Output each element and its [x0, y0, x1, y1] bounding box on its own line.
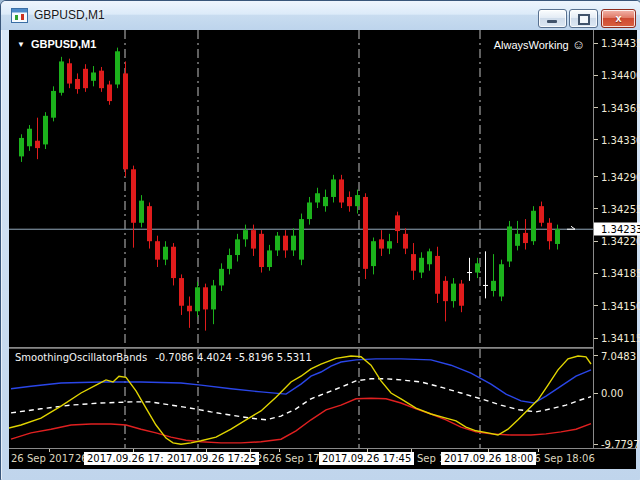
minimize-button[interactable]: [538, 9, 567, 28]
time-label-highlighted: 2017.09.26 17:45: [319, 452, 414, 465]
candle-body: [315, 193, 320, 202]
price-tick-label: 1.34185: [601, 268, 640, 279]
time-label-highlighted: 2017.09.26 18:00: [441, 452, 536, 465]
candle-body: [459, 284, 464, 306]
watermark-label: AlwaysWorking☺: [389, 37, 585, 52]
candle-body: [523, 233, 528, 243]
indicator-values: -0.7086 4.4024 -5.8196 5.5311: [155, 352, 312, 363]
candle-body: [475, 263, 480, 272]
candle-body: [123, 73, 128, 169]
candle-body: [531, 211, 536, 241]
current-price-badge: 1.34233: [594, 223, 640, 236]
candle-body: [203, 287, 208, 309]
indicator-scale-max: 7.0483: [601, 350, 636, 361]
time-axis[interactable]: 26 Sep 20172617:2626 Sep 17:326 Sep 1726…: [9, 449, 636, 469]
candle-body: [179, 278, 184, 306]
indicator-scale-min: -9.7797: [601, 439, 640, 450]
candle-body: [347, 197, 352, 206]
price-tick-label-tick: [594, 338, 598, 339]
chevron-down-icon: ▼: [17, 40, 25, 49]
candle-body: [515, 234, 520, 246]
minimize-icon: [547, 20, 557, 23]
candle-body: [131, 169, 136, 222]
candle-body: [283, 236, 288, 251]
price-tick-label-tick: [594, 139, 598, 140]
candle-body: [507, 226, 512, 261]
candle-body: [403, 234, 408, 249]
chart-client-area: ▼GBPUSD,M1 AlwaysWorking☺ SmoothingOscil…: [9, 30, 636, 469]
indicator-pane[interactable]: SmoothingOscillatorBands-0.7086 4.4024 -…: [9, 349, 593, 448]
candle-body: [51, 91, 56, 118]
restore-button[interactable]: [569, 9, 598, 28]
price-tick-label: 1.34255: [601, 203, 640, 214]
close-button[interactable]: x: [601, 9, 636, 28]
candle-body: [251, 230, 256, 248]
price-tick-label: 1.34220: [601, 236, 640, 247]
candle-body: [379, 239, 384, 248]
indicator-line-upper_band: [11, 359, 591, 403]
candle-body: [171, 247, 176, 278]
app-chart-icon: [11, 8, 28, 23]
restore-icon: [578, 14, 590, 25]
price-tick-label-tick: [594, 75, 598, 76]
chart-window: GBPUSD,M1 x ▼GBPUSD,M1 AlwaysWorking☺ Sm…: [0, 0, 640, 480]
symbol-label: ▼GBPUSD,M1: [17, 38, 96, 50]
candle-body: [267, 250, 272, 267]
candle-body: [83, 69, 88, 88]
price-tick-label: 1.34400: [601, 70, 640, 81]
candle-body: [355, 195, 360, 206]
candle-body: [235, 239, 240, 255]
candle-body: [259, 234, 264, 267]
candle-body: [419, 258, 424, 273]
candle-body: [427, 251, 432, 264]
candle-body: [243, 230, 248, 239]
time-tick: [279, 449, 280, 452]
candle-body: [75, 79, 80, 89]
candle-body: [331, 179, 336, 197]
candle-body: [67, 63, 72, 83]
price-tick-label-tick: [594, 273, 598, 274]
title-bar[interactable]: GBPUSD,M1 x: [1, 1, 640, 30]
indicator-scale-max-tick: [594, 355, 598, 356]
candle-body: [499, 264, 504, 296]
candle-body: [99, 71, 104, 89]
candle-body: [107, 84, 112, 101]
indicator-scale-zero-tick: [594, 393, 598, 394]
candle-body: [539, 206, 544, 223]
candle-body: [299, 219, 304, 260]
indicator-line-lower_band: [11, 398, 591, 443]
time-label-highlighted: 2017.09.26 17:25: [164, 452, 259, 465]
close-icon: x: [602, 10, 635, 26]
candle-body: [291, 236, 296, 251]
candle-body: [163, 247, 168, 260]
time-tick: [49, 449, 50, 452]
candle-body: [323, 197, 328, 206]
price-chart-pane[interactable]: ▼GBPUSD,M1 AlwaysWorking☺: [9, 30, 593, 347]
candle-body: [59, 61, 64, 92]
price-tick-label: 1.34365: [601, 102, 640, 113]
candle-body: [451, 284, 456, 302]
price-tick-label: 1.34115: [601, 333, 640, 344]
indicator-canvas[interactable]: [9, 349, 593, 448]
candle-body: [115, 51, 120, 84]
candle-body: [547, 223, 552, 241]
candlestick-canvas[interactable]: [9, 30, 593, 347]
candle-body: [187, 306, 192, 312]
time-label: 26 Sep 2017: [11, 453, 74, 464]
price-tick-label-tick: [594, 107, 598, 108]
candle-body: [555, 229, 560, 244]
price-tick-label: 1.34150: [601, 300, 640, 311]
candle-body: [211, 285, 216, 309]
price-tick-label-tick: [594, 305, 598, 306]
candle-body: [155, 241, 160, 259]
candle-body: [219, 269, 224, 286]
candle-body: [35, 141, 40, 148]
candle-body: [387, 241, 392, 248]
candle-body: [307, 202, 312, 219]
candle-body: [139, 201, 144, 223]
candle-body: [27, 129, 32, 147]
last-price-arrow: [567, 226, 575, 229]
price-axis[interactable]: 1.344351.344001.343651.343301.342901.342…: [593, 30, 637, 448]
candle-body: [195, 287, 200, 311]
indicator-name: SmoothingOscillatorBands: [15, 352, 147, 363]
